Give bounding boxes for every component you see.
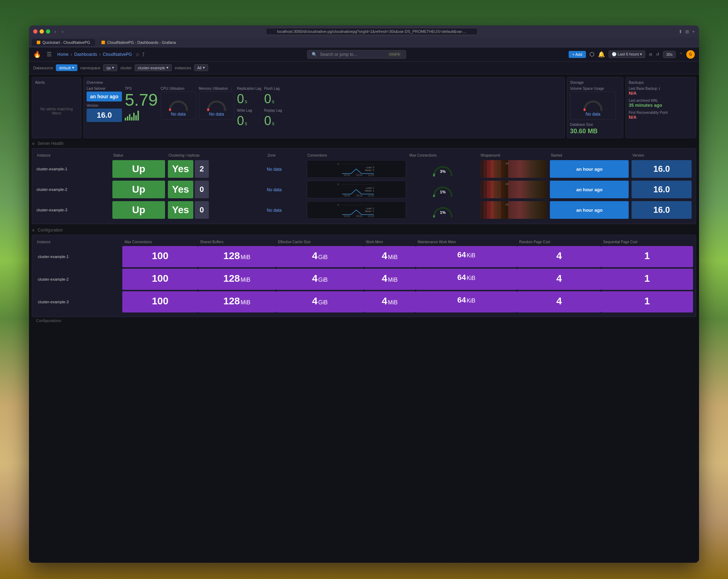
maint-work-mem-cell-0: 64KiB bbox=[416, 246, 517, 267]
server-health-header[interactable]: ∨ Server Health bbox=[32, 141, 696, 146]
datasource-filter[interactable]: default ▾ bbox=[56, 64, 77, 71]
clustering-badge-0: Yes bbox=[168, 160, 193, 178]
breadcrumb-dashboards[interactable]: Dashboards bbox=[74, 52, 97, 57]
config-rand-page-0: 4 bbox=[517, 246, 601, 267]
collapse-icon: ∨ bbox=[32, 228, 35, 233]
clustering-badge-2: Yes bbox=[168, 201, 193, 219]
svg-text:06:00: 06:00 bbox=[344, 194, 350, 197]
config-table-row: cluster-example-2 100 128MiB 4GiB 4MiB 6… bbox=[35, 269, 693, 290]
svg-text:0: 0 bbox=[337, 203, 339, 206]
collapse-icon[interactable]: ⌃ bbox=[679, 52, 683, 57]
zoom-out-icon[interactable]: ⊖ bbox=[649, 52, 652, 57]
write-lag-box: Write Lag 0 s bbox=[237, 109, 262, 128]
work-mem-cell-0: 4MiB bbox=[364, 246, 416, 267]
svg-text:3%: 3% bbox=[440, 169, 446, 174]
chevron-down-icon: ▾ bbox=[640, 52, 642, 56]
star-icon[interactable]: ☆ bbox=[135, 52, 140, 57]
replicas-badge-2: 0 bbox=[195, 201, 209, 219]
cluster-filter[interactable]: cluster-example ▾ bbox=[135, 64, 172, 71]
col-zone: Zone bbox=[265, 153, 305, 158]
replicas-badge-1: 0 bbox=[195, 181, 209, 198]
last-archived-value: 35 minutes ago bbox=[629, 103, 693, 108]
config-col-work-mem: Work Mem bbox=[364, 239, 416, 245]
memory-info-icon[interactable]: ⋮ bbox=[229, 87, 233, 91]
refresh-rate[interactable]: 30s bbox=[663, 51, 676, 58]
clustering-cell-0: Yes 2 bbox=[166, 159, 265, 179]
namespace-value: qa bbox=[106, 66, 111, 70]
chevron-down-icon: ▾ bbox=[112, 65, 114, 70]
col-connections: Connections bbox=[305, 153, 407, 158]
namespace-filter[interactable]: qa ▾ bbox=[103, 64, 117, 71]
menu-icon[interactable]: ☰ bbox=[47, 51, 52, 58]
maximize-button[interactable] bbox=[46, 29, 50, 34]
add-tab-icon[interactable]: + bbox=[692, 29, 695, 34]
volume-label: Volume Space Usage bbox=[570, 87, 620, 90]
breadcrumb-home[interactable]: Home bbox=[57, 52, 69, 57]
last-archived-label: Last archived WAL bbox=[629, 99, 693, 103]
tps-label: TPS bbox=[125, 87, 158, 90]
tabs-icon[interactable]: ⊞ bbox=[685, 29, 689, 34]
share-icon[interactable]: ⬆ bbox=[679, 29, 682, 34]
seq-page-cell-1: 1 bbox=[601, 269, 693, 290]
user-avatar[interactable]: G bbox=[686, 50, 695, 59]
configuration-header[interactable]: ∨ Configuration bbox=[32, 228, 696, 233]
forward-button[interactable]: › bbox=[60, 28, 65, 35]
time-range-picker[interactable]: 🕐 Last 6 hours ▾ bbox=[609, 51, 646, 58]
svg-rect-14 bbox=[494, 160, 498, 178]
traffic-lights bbox=[33, 29, 50, 34]
close-button[interactable] bbox=[33, 29, 37, 34]
back-button[interactable]: ‹ bbox=[53, 28, 58, 35]
wraparound-cell-2: 24 bbox=[479, 200, 549, 220]
version-badge-2: 16.0 bbox=[632, 201, 692, 219]
started-badge-1: an hour ago bbox=[550, 181, 629, 198]
server-health-body: cluster-example-1 Up Yes 2 No data 0 bbox=[35, 159, 693, 220]
tab-quickstart[interactable]: Quickstart - CloudNativePG bbox=[32, 39, 95, 46]
alerts-empty-text: No alerts matching filters bbox=[38, 107, 75, 115]
bar-7 bbox=[137, 111, 139, 121]
storage-title: Storage bbox=[570, 80, 620, 84]
max-conn-gauge-0: 3% bbox=[409, 160, 477, 178]
wraparound-bar-2: 24 bbox=[480, 201, 547, 219]
svg-text:08:00: 08:00 bbox=[356, 174, 363, 176]
breadcrumb-cloudnativepg[interactable]: CloudNativePG bbox=[103, 52, 132, 57]
share-icon[interactable]: ⬡ bbox=[589, 51, 594, 58]
configuration-body: cluster-example-1 100 128MiB 4GiB 4MiB 6… bbox=[35, 246, 693, 312]
svg-text:24: 24 bbox=[505, 182, 508, 186]
svg-rect-54 bbox=[501, 201, 505, 219]
table-header: Instance Status Clustering / replicas Zo… bbox=[35, 153, 693, 158]
backups-panel: Backups Last Base Backup ℹ N/A Last arch… bbox=[626, 77, 696, 138]
tab-bar: Quickstart - CloudNativePG CloudNativePG… bbox=[29, 37, 699, 47]
rand-page-cell-2: 4 bbox=[517, 291, 601, 312]
overview-grid: Last failover an hour ago Version 16.0 T… bbox=[87, 87, 562, 128]
config-maint-work-mem-0: 64KiB bbox=[416, 246, 517, 267]
refresh-icon[interactable]: ↺ bbox=[656, 52, 659, 57]
svg-text:24: 24 bbox=[505, 203, 508, 206]
started-cell-2: an hour ago bbox=[548, 200, 630, 220]
storage-panel: Storage Volume Space Usage No data Datab… bbox=[567, 77, 623, 138]
add-button[interactable]: + Add bbox=[569, 51, 586, 58]
version-box: Version 16.0 bbox=[87, 104, 122, 122]
svg-rect-35 bbox=[501, 181, 505, 198]
zone-value-0: No data bbox=[267, 167, 282, 172]
instances-filter[interactable]: All ▾ bbox=[194, 64, 208, 71]
alert-icon[interactable]: 🔔 bbox=[598, 51, 605, 58]
minimize-button[interactable] bbox=[40, 29, 44, 34]
config-col-shared-buf: Shared Buffers bbox=[198, 239, 276, 245]
svg-rect-11 bbox=[483, 160, 487, 178]
zone-value-1: No data bbox=[267, 187, 282, 192]
config-instance-0: cluster-example-1 bbox=[35, 246, 122, 267]
share-dashboard-icon[interactable]: ⤴ bbox=[142, 52, 145, 57]
max-conn-cell-1: 100 bbox=[122, 269, 198, 290]
tab-grafana[interactable]: CloudNativePG - Dashboards - Grafana bbox=[96, 39, 181, 46]
failover-version-col: Last failover an hour ago Version 16.0 bbox=[87, 87, 122, 128]
tab-grafana-label: CloudNativePG - Dashboards - Grafana bbox=[107, 40, 176, 45]
svg-text:Last: 1: Last: 1 bbox=[367, 187, 374, 189]
config-maint-work-mem-2: 64KiB bbox=[416, 291, 517, 312]
search-shortcut: cmd+k bbox=[388, 52, 402, 57]
url-input[interactable]: localhost:3000/d/cloudnative-pg/cloudnat… bbox=[266, 28, 478, 35]
search-bar[interactable]: 🔍 Search or jump to... cmd+k bbox=[307, 50, 406, 59]
wraparound-svg-2: 24 bbox=[480, 201, 508, 219]
svg-text:Mean: 1: Mean: 1 bbox=[365, 210, 374, 212]
max-conn-gauge-svg-2: 1% bbox=[431, 201, 454, 219]
dashboard-footer: Configurations bbox=[32, 317, 696, 324]
